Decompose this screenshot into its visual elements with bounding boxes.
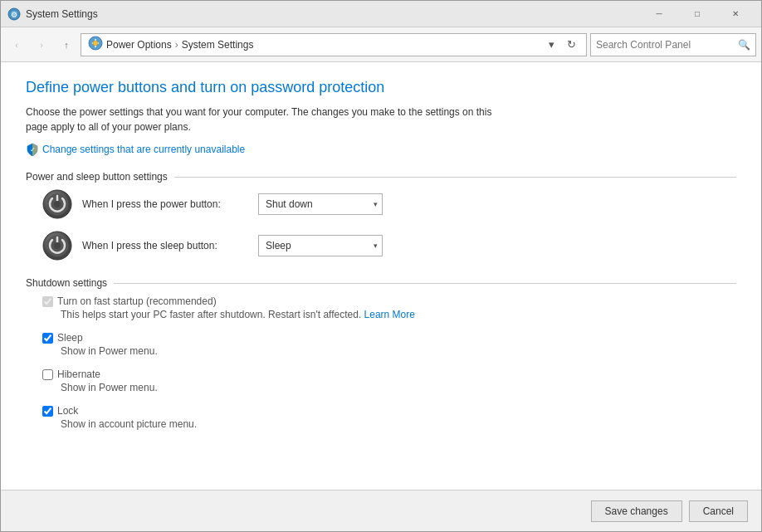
footer: Save changes Cancel xyxy=(1,490,761,531)
address-field[interactable]: Power Options › System Settings ▾ ↻ xyxy=(81,33,587,56)
search-icon[interactable]: 🔍 xyxy=(738,39,750,51)
svg-point-8 xyxy=(54,201,61,207)
up-button[interactable]: ↑ xyxy=(56,34,77,56)
titlebar-controls: ─ □ ✕ xyxy=(640,1,755,27)
power-button-dropdown[interactable]: Do nothing Sleep Hibernate Shut down Tur… xyxy=(258,193,383,215)
hibernate-sublabel: Show in Power menu. xyxy=(61,382,158,393)
lock-checkbox[interactable] xyxy=(42,406,53,417)
svg-text:✓: ✓ xyxy=(30,146,36,154)
titlebar: ⚙ System Settings ─ □ ✕ xyxy=(1,1,761,27)
lock-label: Lock xyxy=(57,405,78,417)
system-settings-window: ⚙ System Settings ─ □ ✕ ‹ › ↑ Power Opti… xyxy=(0,0,762,532)
sleep-sublabel: Show in Power menu. xyxy=(61,345,158,357)
sleep-button-dropdown-wrapper: Do nothing Sleep Hibernate Shut down Tur… xyxy=(258,235,383,256)
window-icon: ⚙ xyxy=(7,7,21,21)
lock-row: Lock Show in account picture menu. xyxy=(42,405,736,437)
change-settings-link[interactable]: ✓ Change settings that are currently una… xyxy=(26,143,245,156)
fast-startup-checkbox[interactable] xyxy=(42,296,53,307)
power-button-label: When I press the power button: xyxy=(82,198,248,210)
shield-icon: ✓ xyxy=(26,143,39,156)
fast-startup-item: Turn on fast startup (recommended) This … xyxy=(42,295,415,327)
sleep-button-label: When I press the sleep button: xyxy=(82,240,248,251)
lock-item: Lock Show in account picture menu. xyxy=(42,405,197,437)
learn-more-link[interactable]: Learn More xyxy=(364,309,415,320)
hibernate-row: Hibernate Show in Power menu. xyxy=(42,368,736,400)
maximize-button[interactable]: □ xyxy=(678,1,716,27)
hibernate-label: Hibernate xyxy=(57,368,100,380)
search-box[interactable]: 🔍 xyxy=(590,33,756,56)
hibernate-checkbox[interactable] xyxy=(42,369,53,380)
lock-sublabel: Show in account picture menu. xyxy=(61,418,197,430)
power-button-icon xyxy=(42,189,72,219)
fast-startup-checkbox-wrapper: Turn on fast startup (recommended) xyxy=(42,295,415,307)
page-title: Define power buttons and turn on passwor… xyxy=(26,79,736,96)
breadcrumb-item-2: System Settings xyxy=(182,39,254,51)
content-area: Define power buttons and turn on passwor… xyxy=(1,62,761,490)
shutdown-settings: Turn on fast startup (recommended) This … xyxy=(26,295,736,437)
svg-text:⚙: ⚙ xyxy=(11,11,17,19)
back-button[interactable]: ‹ xyxy=(6,34,27,56)
shutdown-section-header: Shutdown settings xyxy=(26,277,736,289)
sleep-option-label: Sleep xyxy=(57,332,83,344)
fast-startup-label: Turn on fast startup (recommended) xyxy=(57,295,217,307)
power-button-dropdown-wrapper: Do nothing Sleep Hibernate Shut down Tur… xyxy=(258,193,383,215)
power-section-header: Power and sleep button settings xyxy=(26,171,736,183)
svg-point-4 xyxy=(93,41,98,46)
power-settings: When I press the power button: Do nothin… xyxy=(42,189,736,261)
hibernate-item: Hibernate Show in Power menu. xyxy=(42,368,158,400)
lock-checkbox-wrapper: Lock xyxy=(42,405,197,417)
window-title: System Settings xyxy=(26,8,640,20)
address-dropdown-arrow[interactable]: ▾ xyxy=(543,37,559,53)
address-icon xyxy=(88,36,103,53)
breadcrumb-item-1[interactable]: Power Options xyxy=(106,39,172,51)
addressbar: ‹ › ↑ Power Options › System Settings ▾ … xyxy=(1,27,761,62)
sleep-row: Sleep Show in Power menu. xyxy=(42,332,736,364)
sleep-item: Sleep Show in Power menu. xyxy=(42,332,158,364)
sleep-checkbox-wrapper: Sleep xyxy=(42,332,158,344)
fast-startup-sublabel: This helps start your PC faster after sh… xyxy=(61,309,415,320)
close-button[interactable]: ✕ xyxy=(716,1,755,27)
save-changes-button[interactable]: Save changes xyxy=(591,500,682,522)
sleep-button-dropdown[interactable]: Do nothing Sleep Hibernate Shut down Tur… xyxy=(258,235,383,256)
hibernate-checkbox-wrapper: Hibernate xyxy=(42,368,158,380)
breadcrumb-separator: › xyxy=(175,39,178,51)
search-input[interactable] xyxy=(596,39,735,51)
minimize-button[interactable]: ─ xyxy=(640,1,678,27)
power-button-row: When I press the power button: Do nothin… xyxy=(42,189,736,219)
breadcrumb: Power Options › System Settings xyxy=(106,39,540,51)
fast-startup-row: Turn on fast startup (recommended) This … xyxy=(42,295,736,327)
sleep-checkbox[interactable] xyxy=(42,333,53,344)
description-text: Choose the power settings that you want … xyxy=(26,105,507,134)
cancel-button[interactable]: Cancel xyxy=(689,500,748,522)
sleep-button-icon xyxy=(42,231,72,261)
forward-button[interactable]: › xyxy=(31,34,52,56)
sleep-button-row: When I press the sleep button: Do nothin… xyxy=(42,231,736,261)
svg-point-11 xyxy=(54,242,61,249)
refresh-button[interactable]: ↻ xyxy=(563,37,579,53)
